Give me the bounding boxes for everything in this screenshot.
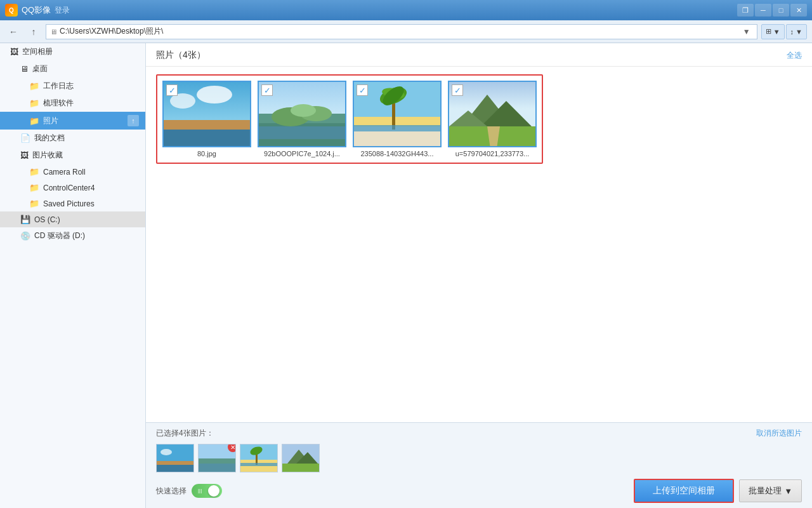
content-area: 照片（4张） 全选 ✓: [146, 43, 812, 508]
bottom-info: 已选择4张图片： 取消所选图片: [156, 428, 802, 439]
path-text: C:\Users\XZWH\Desktop\照片\: [60, 26, 163, 37]
sidebar-item-camera-roll[interactable]: 📁 Camera Roll: [0, 164, 145, 180]
toggle-knob: [208, 485, 219, 497]
close-button[interactable]: ✕: [790, 4, 807, 17]
photo-item-3[interactable]: ✓: [353, 81, 442, 157]
sort-icon: ↕: [790, 28, 794, 36]
selected-photos-area: ✓: [156, 74, 543, 164]
toggle-lines: |||: [198, 488, 202, 493]
sidebar: 🖼 空间相册 🖥 桌面 📁 工作日志 📁 梳理软件 📁 照片 ↑ 📄 我的文档 …: [0, 43, 146, 508]
main-layout: 🖼 空间相册 🖥 桌面 📁 工作日志 📁 梳理软件 📁 照片 ↑ 📄 我的文档 …: [0, 43, 812, 508]
photo-name-4: u=579704021,233773...: [448, 150, 537, 157]
sidebar-work-diary-label: 工作日志: [43, 81, 74, 91]
sidebar-item-work-diary[interactable]: 📁 工作日志: [0, 77, 145, 95]
sort-dropdown-icon: ▼: [796, 28, 802, 36]
sidebar-album-label: 空间相册: [22, 46, 53, 57]
view-icon: ⊞: [766, 27, 771, 36]
photo-item-4[interactable]: ✓: [448, 81, 537, 157]
path-icon: 🖥: [50, 28, 57, 36]
photo-checkbox-3[interactable]: ✓: [357, 84, 368, 96]
title-bar: Q QQ影像 登录 ❐ ─ □ ✕: [0, 0, 812, 20]
bottom-thumb-2[interactable]: ✕: [198, 444, 236, 472]
sidebar-upload-button[interactable]: ↑: [128, 115, 139, 126]
restore-button[interactable]: ❐: [737, 4, 754, 17]
bottom-thumb-1[interactable]: [156, 444, 194, 472]
drive-icon-c: 💾: [20, 215, 30, 224]
sidebar-desktop-label: 桌面: [32, 64, 48, 74]
sort-button[interactable]: ↕ ▼: [786, 24, 807, 39]
pic-favorites-icon: 🖼: [20, 150, 29, 160]
docs-icon: 📄: [20, 133, 30, 143]
batch-dropdown-icon: ▼: [784, 486, 792, 496]
svg-rect-28: [157, 465, 194, 472]
svg-rect-2: [164, 130, 251, 147]
selected-count-label: 已选择4张图片：: [156, 428, 214, 439]
sidebar-item-saved-pictures[interactable]: 📁 Saved Pictures: [0, 196, 145, 211]
folder-icon-4: 📁: [29, 167, 39, 177]
photo-thumb-2[interactable]: ✓: [258, 81, 346, 147]
view-mode-button[interactable]: ⊞ ▼: [761, 24, 785, 39]
svg-point-4: [197, 86, 232, 104]
select-all-button[interactable]: 全选: [787, 50, 802, 61]
bottom-thumb-4[interactable]: [282, 444, 320, 472]
action-buttons: 上传到空间相册 批量处理 ▼: [634, 479, 802, 503]
path-dropdown-icon[interactable]: ▼: [743, 27, 753, 36]
sidebar-camera-roll-label: Camera Roll: [43, 168, 86, 177]
photo-checkbox-1[interactable]: ✓: [166, 84, 178, 96]
content-title: 照片（4张）: [156, 50, 206, 61]
upload-button[interactable]: 上传到空间相册: [634, 479, 734, 503]
folder-icon-5: 📁: [29, 183, 39, 192]
sidebar-item-photos[interactable]: 📁 照片 ↑: [0, 112, 145, 130]
bottom-thumb-3[interactable]: [240, 444, 278, 472]
sidebar-cd-d-label: CD 驱动器 (D:): [34, 231, 85, 241]
batch-button[interactable]: 批量处理 ▼: [739, 479, 802, 502]
bottom-bar: 已选择4张图片： 取消所选图片 ✕: [146, 422, 812, 508]
folder-icon-2: 📁: [29, 98, 39, 108]
batch-label: 批量处理: [749, 485, 782, 497]
svg-rect-37: [240, 463, 278, 466]
sidebar-photos-label: 照片: [43, 116, 58, 126]
back-button[interactable]: ←: [5, 23, 22, 40]
photo-thumb-1[interactable]: ✓: [162, 81, 251, 147]
login-button[interactable]: 登录: [55, 5, 70, 16]
sidebar-item-my-docs[interactable]: 📄 我的文档: [0, 130, 145, 147]
svg-rect-19: [354, 125, 442, 131]
photo-item-2[interactable]: ✓: [258, 81, 346, 157]
up-icon: ↑: [32, 27, 36, 37]
toolbar: ← ↑ 🖥 C:\Users\XZWH\Desktop\照片\ ▼ ⊞ ▼ ↕ …: [0, 20, 812, 43]
photo-item-1[interactable]: ✓: [162, 81, 251, 157]
photos-grid: ✓: [146, 67, 812, 422]
photo-thumb-4[interactable]: ✓: [448, 81, 537, 147]
maximize-button[interactable]: □: [773, 4, 789, 17]
photo-name-2: 92bOOOPIC7e_1024.j...: [258, 150, 346, 157]
svg-rect-32: [199, 464, 236, 472]
sidebar-item-cd-d[interactable]: 💿 CD 驱动器 (D:): [0, 227, 145, 244]
title-bar-left: Q QQ影像 登录: [5, 4, 737, 17]
view-dropdown-icon: ▼: [773, 28, 780, 36]
sidebar-item-pic-favorites[interactable]: 🖼 图片收藏: [0, 147, 145, 164]
quick-select-toggle[interactable]: |||: [192, 484, 222, 498]
svg-rect-41: [282, 464, 320, 472]
sidebar-item-desktop[interactable]: 🖥 桌面: [0, 60, 145, 77]
app-logo: Q: [5, 4, 18, 17]
remove-thumb-2-button[interactable]: ✕: [228, 444, 236, 452]
folder-icon-3: 📁: [29, 116, 39, 126]
view-controls: ⊞ ▼ ↕ ▼: [761, 24, 807, 39]
photo-checkbox-4[interactable]: ✓: [452, 84, 463, 96]
sidebar-item-album[interactable]: 🖼 空间相册: [0, 43, 145, 60]
photo-thumb-3[interactable]: ✓: [353, 81, 442, 147]
sidebar-organize-label: 梳理软件: [43, 98, 74, 109]
sidebar-item-os-c[interactable]: 💾 OS (C:): [0, 211, 145, 227]
photo-checkbox-2[interactable]: ✓: [261, 84, 273, 96]
sidebar-my-docs-label: 我的文档: [34, 133, 65, 144]
sidebar-os-c-label: OS (C:): [34, 215, 60, 224]
back-icon: ←: [9, 27, 18, 37]
path-bar[interactable]: 🖥 C:\Users\XZWH\Desktop\照片\ ▼: [46, 24, 757, 39]
bottom-actions: 快速选择 ||| 上传到空间相册 批量处理 ▼: [156, 479, 802, 503]
sidebar-item-control-center4[interactable]: 📁 ControlCenter4: [0, 180, 145, 196]
sidebar-item-organize-software[interactable]: 📁 梳理软件: [0, 95, 145, 112]
drive-icon-d: 💿: [20, 231, 30, 241]
cancel-select-button[interactable]: 取消所选图片: [756, 428, 802, 439]
minimize-button[interactable]: ─: [755, 4, 771, 17]
up-button[interactable]: ↑: [25, 23, 42, 40]
